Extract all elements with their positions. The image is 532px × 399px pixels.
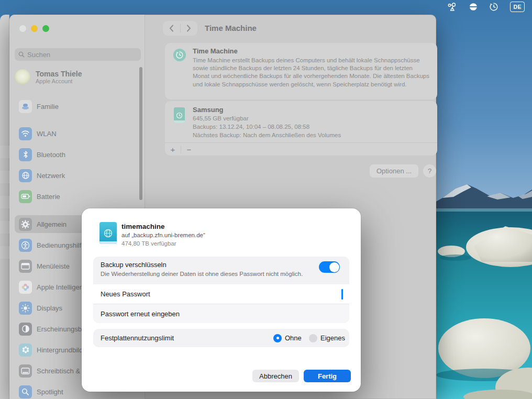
wifi-icon [19,127,32,140]
page-title: Time Machine [205,24,257,32]
family-icon [19,100,32,113]
encryption-group: Backup verschlüsseln Die Wiederherstellu… [93,257,349,323]
close-button[interactable] [19,25,26,32]
time-machine-menu-icon[interactable] [489,2,498,12]
add-disk-button[interactable]: + [165,143,181,156]
maximize-button[interactable] [42,25,49,32]
globe-icon [19,169,32,182]
sidebar-item-account[interactable]: Tomas Thiele Apple Account [15,66,141,88]
background-window [0,15,9,399]
battery-icon [19,190,32,203]
gear-icon [19,218,32,231]
encrypt-row: Backup verschlüsseln Die Wiederherstellu… [93,257,349,284]
split-circle-icon[interactable] [469,2,478,12]
text-caret [341,289,343,300]
sun-icon [19,302,32,315]
search-placeholder: Suchen [27,51,50,59]
volume-host: auf „backup.zfn.uni-bremen.de“ [121,232,205,238]
minimize-button[interactable] [31,25,38,32]
encrypt-description: Die Wiederherstellung deiner Daten ist o… [101,271,303,277]
volume-name: timemachine [121,223,165,230]
bluetooth-icon [19,148,32,161]
sidebar-item-batterie[interactable]: Batterie [15,187,141,205]
limit-option-custom[interactable]: Eigenes [309,334,345,342]
help-button[interactable]: ? [423,164,436,178]
volume-available: 474,80 TB verfügbar [121,240,176,247]
disk-name: Samsung [193,106,224,114]
backup-disk-card[interactable]: Samsung 645,55 GB verfügbar Backups: 13.… [165,101,437,156]
appearance-icon [19,323,32,336]
card-title: Time Machine [193,47,238,55]
cancel-button[interactable]: Abbrechen [252,370,299,382]
sidebar-scrollbar[interactable] [139,67,142,200]
remove-disk-button[interactable]: − [181,143,197,156]
chevron-left-icon [169,25,174,32]
backup-disk-dialog: timemachine auf „backup.zfn.uni-bremen.d… [82,208,361,392]
navigation-control [163,21,197,36]
spotlight-icon [19,385,32,398]
disk-next-backup: Nächstes Backup: Nach dem Anschließen de… [193,132,341,138]
options-button[interactable]: Optionen ... [370,164,418,178]
disk-limit-group: Festplattennutzungslimit Ohne Eigenes [93,329,349,347]
search-input[interactable]: Suchen [15,48,141,61]
card-description: Time Machine erstellt Backups deines Com… [193,57,429,88]
account-name: Tomas Thiele [36,70,82,78]
toggle-knob [329,262,339,272]
encrypt-toggle[interactable] [319,261,340,273]
backup-disk-icon [174,107,185,123]
menu-bar-icon [19,260,32,273]
new-password-field[interactable]: Neues Passwort [93,284,349,304]
sidebar-item-familie[interactable]: Familie [15,97,141,115]
desktop-dock-icon [19,364,32,378]
time-machine-info-card: Time Machine Time Machine erstellt Backu… [165,43,437,99]
limit-label: Festplattennutzungslimit [101,334,174,342]
chevron-right-icon [186,25,191,32]
network-disk-icon [99,222,117,244]
menu-bar: DE [0,0,532,14]
encrypt-label: Backup verschlüsseln [101,261,167,269]
apple-intelligence-icon [19,281,32,294]
wallpaper-flower-icon [19,343,32,357]
accessibility-icon [19,239,32,252]
sidebar-item-wlan[interactable]: WLAN [15,125,141,142]
limit-option-none[interactable]: Ohne [273,334,302,342]
repeat-password-field[interactable]: Passwort erneut eingeben [93,304,349,323]
desktop: DE Suchen Tomas Thiele Apple Account [0,0,532,399]
time-machine-icon [173,49,186,61]
radio-selected-icon [273,334,282,342]
disk-backups-range: Backups: 13.12.24, 10:04 – 08.08.25, 08:… [193,124,309,130]
disk-list-footer: + − [165,142,437,156]
radio-unselected-icon [309,334,317,342]
input-source-badge[interactable]: DE [510,2,525,12]
sidebar-item-netzwerk[interactable]: Netzwerk [15,167,141,184]
back-button[interactable] [163,21,180,36]
avatar [15,69,30,85]
search-icon [18,51,25,58]
account-subtitle: Apple Account [36,78,82,84]
done-button[interactable]: Fertig [304,370,351,382]
sidebar-item-bluetooth[interactable]: Bluetooth [15,146,141,163]
network-status-icon[interactable] [447,2,457,12]
forward-button[interactable] [180,21,197,36]
disk-available: 645,55 GB verfügbar [193,115,249,121]
